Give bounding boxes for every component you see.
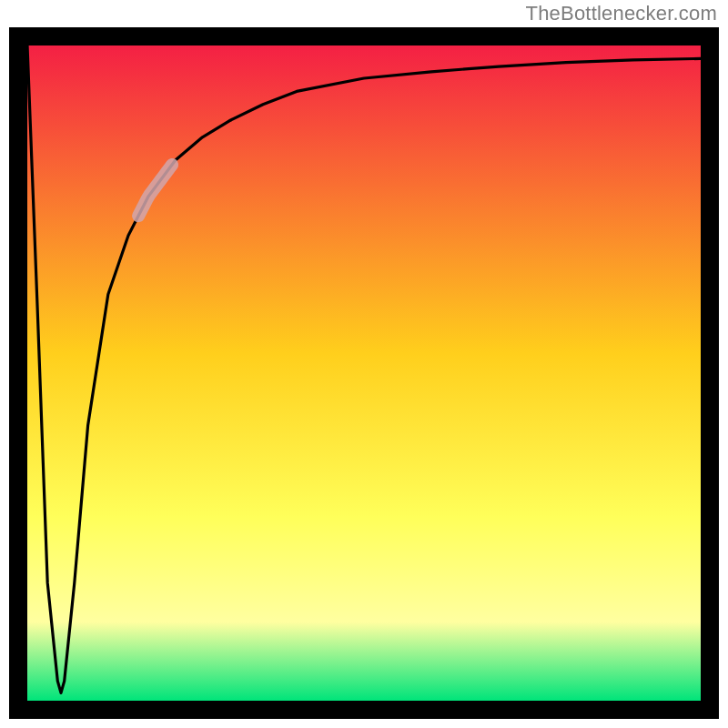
attribution-text: TheBottlenecker.com bbox=[526, 2, 717, 25]
bottleneck-chart bbox=[9, 27, 719, 719]
frame-left bbox=[9, 27, 27, 719]
figure-root: TheBottlenecker.com bbox=[0, 0, 728, 728]
frame-top bbox=[9, 27, 719, 46]
plot-background bbox=[27, 46, 701, 701]
frame-bottom bbox=[9, 701, 719, 719]
frame-right bbox=[701, 27, 719, 719]
